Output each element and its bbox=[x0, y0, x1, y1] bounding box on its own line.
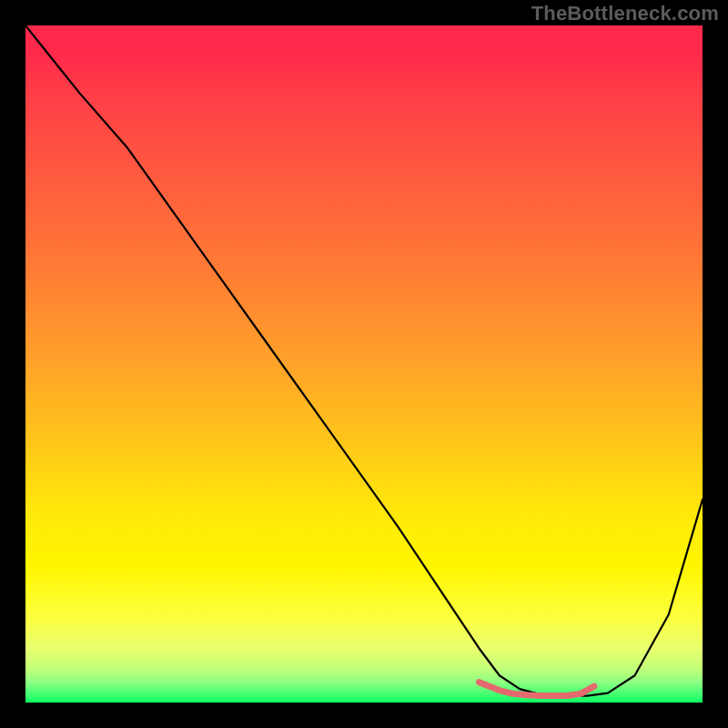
flat-min-marker bbox=[479, 682, 593, 696]
plot-area bbox=[25, 25, 703, 703]
watermark-text: TheBottleneck.com bbox=[531, 2, 719, 25]
plot-svg bbox=[25, 25, 703, 703]
chart-frame: TheBottleneck.com bbox=[0, 0, 728, 728]
bottleneck-curve bbox=[25, 25, 703, 696]
